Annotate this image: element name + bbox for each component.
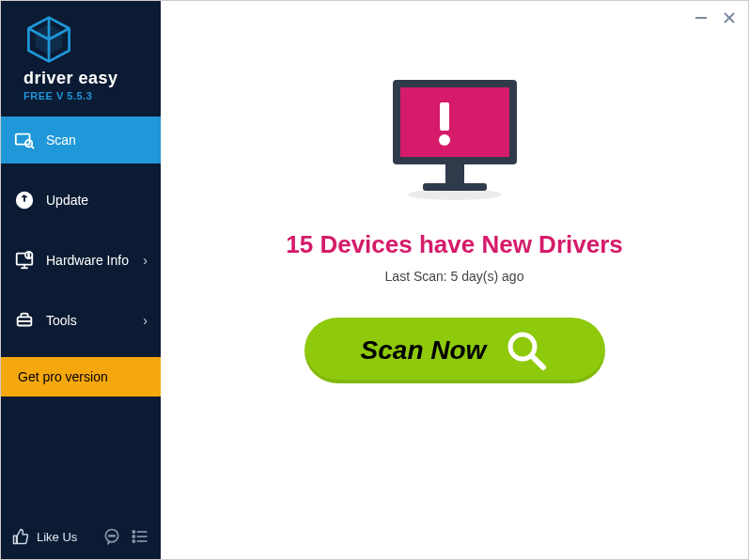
nav: Scan Update — [1, 117, 161, 357]
scan-result-headline: 15 Devices have New Drivers — [286, 230, 622, 259]
tools-icon — [14, 310, 35, 331]
svg-point-14 — [114, 536, 115, 537]
app-name: driver easy — [23, 69, 151, 88]
svg-rect-0 — [16, 134, 30, 145]
svg-point-17 — [133, 536, 134, 537]
sidebar-item-hardware-info[interactable]: i Hardware Info › — [1, 237, 161, 284]
like-us-label: Like Us — [37, 530, 77, 544]
nav-label: Scan — [46, 132, 148, 148]
svg-point-27 — [439, 134, 450, 146]
svg-line-32 — [532, 356, 543, 367]
like-us-button[interactable]: Like Us — [12, 528, 77, 545]
last-scan-text: Last Scan: 5 day(s) ago — [385, 269, 524, 284]
window-controls — [694, 10, 737, 28]
magnifier-icon — [505, 329, 548, 372]
svg-rect-26 — [440, 102, 449, 131]
svg-rect-25 — [400, 87, 509, 157]
app-window: driver easy FREE V 5.5.3 Scan — [0, 0, 749, 560]
sidebar-bottom: Like Us — [1, 518, 161, 559]
svg-line-2 — [31, 146, 34, 148]
sidebar-item-update[interactable]: Update — [1, 177, 161, 224]
app-logo-icon — [23, 14, 74, 65]
main-content: 15 Devices have New Drivers Last Scan: 5… — [161, 1, 748, 559]
svg-point-30 — [408, 189, 502, 200]
svg-point-12 — [109, 536, 110, 537]
scan-now-label: Scan Now — [361, 335, 487, 366]
svg-rect-28 — [445, 164, 464, 183]
alert-monitor-illustration — [380, 74, 530, 210]
svg-point-13 — [111, 536, 112, 537]
update-icon — [14, 190, 35, 210]
nav-label: Tools — [46, 313, 143, 328]
close-button[interactable] — [722, 10, 737, 28]
get-pro-button[interactable]: Get pro version — [1, 357, 161, 397]
get-pro-label: Get pro version — [18, 369, 108, 384]
svg-point-19 — [133, 540, 134, 542]
minimize-button[interactable] — [694, 10, 709, 28]
thumbs-up-icon — [12, 528, 29, 545]
sidebar-item-scan[interactable]: Scan — [1, 117, 161, 163]
minimize-icon — [694, 10, 709, 25]
close-icon — [722, 10, 737, 25]
chevron-right-icon: › — [143, 253, 148, 268]
logo-block: driver easy FREE V 5.5.3 — [1, 1, 161, 111]
sidebar: driver easy FREE V 5.5.3 Scan — [1, 1, 161, 559]
nav-label: Update — [46, 193, 148, 208]
scan-icon — [14, 130, 35, 150]
feedback-icon[interactable] — [102, 527, 121, 546]
sidebar-item-tools[interactable]: Tools › — [1, 297, 161, 344]
nav-label: Hardware Info — [46, 253, 143, 268]
svg-point-15 — [133, 531, 134, 533]
scan-now-button[interactable]: Scan Now — [304, 318, 605, 383]
menu-list-icon[interactable] — [131, 527, 149, 546]
app-version: FREE V 5.5.3 — [23, 90, 151, 101]
hardware-info-icon: i — [14, 250, 35, 271]
chevron-right-icon: › — [143, 313, 148, 328]
